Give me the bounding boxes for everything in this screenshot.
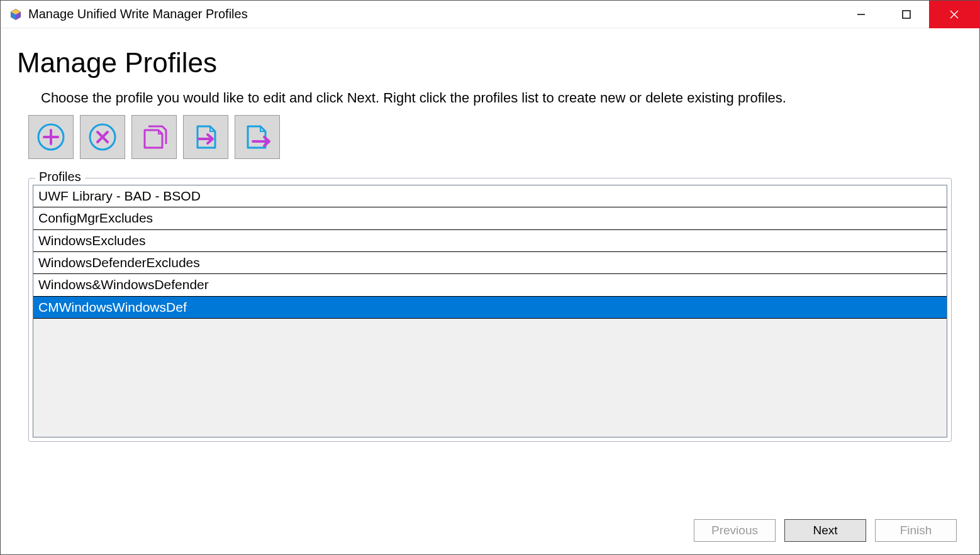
profiles-group: Profiles UWF Library - BAD - BSODConfigM… [28,178,952,504]
plus-circle-icon [35,121,67,153]
import-icon [190,121,221,153]
profile-list-item[interactable]: CMWindowsWindowsDef [33,297,947,319]
window-controls [838,1,979,28]
minimize-button[interactable] [838,1,884,28]
delete-profile-button[interactable] [80,115,125,159]
profiles-listbox[interactable]: UWF Library - BAD - BSODConfigMgrExclude… [33,185,947,437]
profile-list-item[interactable]: WindowsDefenderExcludes [33,252,947,274]
finish-button[interactable]: Finish [875,519,957,542]
profiles-fieldset: Profiles UWF Library - BAD - BSODConfigM… [28,178,952,442]
app-icon [9,8,22,21]
add-profile-button[interactable] [28,115,74,159]
profile-list-item[interactable]: WindowsExcludes [33,230,947,252]
maximize-button[interactable] [884,1,929,28]
window-title: Manage Unified Write Manager Profiles [28,7,838,21]
close-button[interactable] [929,1,979,28]
profiles-legend: Profiles [35,170,85,184]
copy-icon [138,121,170,153]
import-profile-button[interactable] [183,115,228,159]
copy-profile-button[interactable] [131,115,177,159]
next-button[interactable]: Next [784,519,866,542]
previous-button[interactable]: Previous [694,519,776,542]
export-profile-button[interactable] [235,115,280,159]
profile-list-item[interactable]: ConfigMgrExcludes [33,207,947,229]
export-icon [242,121,273,153]
page-title: Manage Profiles [17,47,963,79]
content-area: Manage Profiles Choose the profile you w… [1,28,979,554]
titlebar: Manage Unified Write Manager Profiles [1,1,979,28]
x-circle-icon [87,121,118,153]
profile-list-item[interactable]: Windows&WindowsDefender [33,274,947,296]
wizard-buttons: Previous Next Finish [17,519,957,542]
toolbar [28,115,963,159]
app-window: Manage Unified Write Manager Profiles Ma… [0,0,980,555]
instruction-text: Choose the profile you would like to edi… [41,90,963,106]
svg-rect-5 [903,11,910,18]
profile-list-item[interactable]: UWF Library - BAD - BSOD [33,185,947,207]
